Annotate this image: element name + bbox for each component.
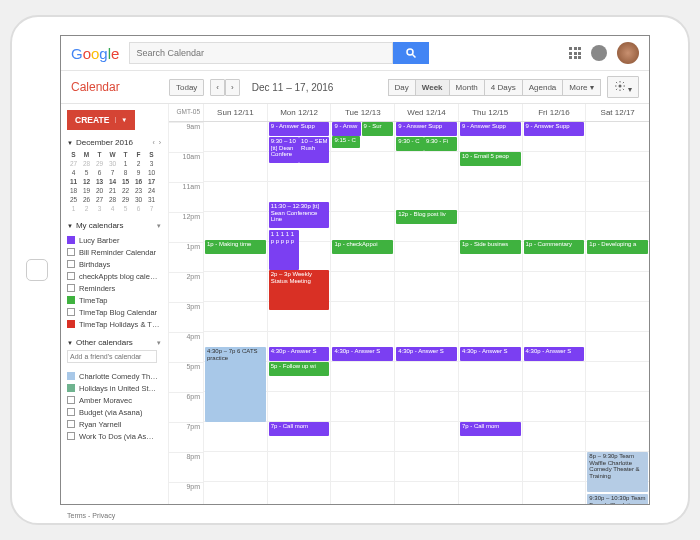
calendar-event[interactable]: 4:30p - Answer S: [269, 347, 330, 361]
calendar-item[interactable]: Charlotte Comedy Th…: [67, 370, 162, 382]
calendar-event[interactable]: 7p - Call mom: [269, 422, 330, 436]
svg-line-1: [413, 55, 416, 58]
calendar-event[interactable]: 9 - Sur: [362, 122, 394, 136]
settings-button[interactable]: ▾: [607, 76, 639, 98]
calendar-event[interactable]: 1p - Commentary: [524, 240, 585, 254]
day-header: Wed 12/14: [394, 104, 458, 121]
avatar[interactable]: [617, 42, 639, 64]
view-4days[interactable]: 4 Days: [484, 79, 523, 96]
calendar-event[interactable]: 10 - Email 5 peop: [460, 152, 521, 166]
calendar-item[interactable]: checkAppts blog cale…: [67, 270, 162, 282]
hour-label: 1pm: [169, 242, 203, 272]
day-column[interactable]: 9 - Answ9 - Sur9:15 - C1p - checkAppoi4:…: [330, 122, 394, 504]
view-agenda[interactable]: Agenda: [522, 79, 564, 96]
calendar-item[interactable]: Lucy Barber: [67, 234, 162, 246]
calendar-event[interactable]: 1p - Developing a: [587, 240, 648, 254]
notifications-icon[interactable]: [591, 45, 607, 61]
svg-point-2: [618, 85, 621, 88]
prev-button[interactable]: ‹: [210, 79, 225, 96]
google-logo[interactable]: Google: [71, 45, 119, 62]
calendar-event[interactable]: 9 - Answer Supp: [269, 122, 330, 136]
calendar-event[interactable]: 9:15 - C: [332, 136, 360, 148]
calendar-event[interactable]: 4:30p – 7p 6 CATS practice: [205, 347, 266, 422]
calendar-item[interactable]: TimeTap Holidays & T…: [67, 318, 162, 330]
mini-calendar[interactable]: SMTWTFS272829301234567891011121314151617…: [67, 150, 158, 213]
calendar-item[interactable]: Work To Dos (via As…: [67, 430, 162, 442]
day-header: Tue 12/13: [330, 104, 394, 121]
calendar-event[interactable]: 5p - Follow up wi: [269, 362, 330, 376]
day-column[interactable]: 9 - Answer Supp10 - Email 5 peop1p - Sid…: [458, 122, 522, 504]
calendar-event[interactable]: 12p - Blog post liv: [396, 210, 457, 224]
calendar-item[interactable]: TimeTap Blog Calendar: [67, 306, 162, 318]
date-range: Dec 11 – 17, 2016: [252, 82, 334, 93]
calendar-event[interactable]: 9 - Answ: [332, 122, 361, 136]
apps-icon[interactable]: [569, 47, 581, 59]
calendar-item[interactable]: Reminders: [67, 282, 162, 294]
day-column[interactable]: 1p - Making time4:30p – 7p 6 CATS practi…: [203, 122, 267, 504]
calendar-item[interactable]: Bill Reminder Calendar: [67, 246, 162, 258]
add-friend-calendar-input[interactable]: [67, 350, 157, 363]
calendar-event[interactable]: 9:30 - C: [396, 137, 424, 151]
day-column[interactable]: 9 - Answer Supp1p - Commentary4:30p - An…: [522, 122, 586, 504]
hour-label: 6pm: [169, 392, 203, 422]
calendar-event[interactable]: 1p - checkAppoi: [332, 240, 393, 254]
calendar-event[interactable]: 8p – 9:30p Team Waffle Charlotte Comedy …: [587, 452, 648, 492]
hour-label: 11am: [169, 182, 203, 212]
calendar-item[interactable]: Holidays in United St…: [67, 382, 162, 394]
view-month[interactable]: Month: [449, 79, 485, 96]
calendar-event[interactable]: 9:30p – 10:30p Team French Charlotte Com…: [587, 494, 648, 504]
minical-header[interactable]: ▼December 2016‹ ›: [67, 138, 162, 147]
day-column[interactable]: 9 - Answer Supp9:30 - C9:30 - Fi12p - Bl…: [394, 122, 458, 504]
view-week[interactable]: Week: [415, 79, 450, 96]
calendar-event[interactable]: 4:30p - Answer S: [396, 347, 457, 361]
day-header: Thu 12/15: [458, 104, 522, 121]
calendar-event[interactable]: 9 - Answer Supp: [524, 122, 585, 136]
create-button[interactable]: CREATE▼: [67, 110, 135, 130]
day-header: Mon 12/12: [267, 104, 331, 121]
search-button[interactable]: [393, 42, 429, 64]
hour-label: 10am: [169, 152, 203, 182]
hour-label: 8pm: [169, 452, 203, 482]
my-calendars-header[interactable]: ▼My calendars▾: [67, 221, 162, 230]
day-header: Sun 12/11: [203, 104, 267, 121]
calendar-event[interactable]: 1 1 1 1 1 p p p p p: [269, 230, 299, 270]
calendar-item[interactable]: Birthdays: [67, 258, 162, 270]
other-calendars-header[interactable]: ▼Other calendars▾: [67, 338, 162, 347]
calendar-item[interactable]: Ryan Yarnell: [67, 418, 162, 430]
view-more[interactable]: More ▾: [562, 79, 600, 96]
hour-label: 9am: [169, 122, 203, 152]
calendar-item[interactable]: Amber Moravec: [67, 394, 162, 406]
timezone-label: GMT-05: [169, 104, 203, 121]
calendar-event[interactable]: 2p – 3p Weekly Status Meeting: [269, 270, 330, 310]
today-button[interactable]: Today: [169, 79, 204, 96]
calendar-event[interactable]: 1p - Side busines: [460, 240, 521, 254]
calendar-event[interactable]: 9:30 – 10 [tt] Dean Confere: [269, 137, 299, 163]
hour-label: 4pm: [169, 332, 203, 362]
hour-label: 5pm: [169, 362, 203, 392]
day-header: Fri 12/16: [522, 104, 586, 121]
calendar-event[interactable]: 10 – SEM Rush: [299, 137, 329, 163]
day-header: Sat 12/17: [585, 104, 649, 121]
app-title: Calendar: [71, 80, 163, 94]
hour-label: 2pm: [169, 272, 203, 302]
calendar-item[interactable]: TimeTap: [67, 294, 162, 306]
calendar-event[interactable]: 1p - Making time: [205, 240, 266, 254]
calendar-item[interactable]: Budget (via Asana): [67, 406, 162, 418]
hour-label: 12pm: [169, 212, 203, 242]
search-input[interactable]: [129, 42, 393, 64]
calendar-event[interactable]: 4:30p - Answer S: [524, 347, 585, 361]
tablet-home-button[interactable]: [26, 259, 48, 281]
calendar-event[interactable]: 9 - Answer Supp: [460, 122, 521, 136]
calendar-event[interactable]: 7p - Call mom: [460, 422, 521, 436]
calendar-event[interactable]: 9 - Answer Supp: [396, 122, 457, 136]
calendar-event[interactable]: 4:30p - Answer S: [332, 347, 393, 361]
hour-label: 3pm: [169, 302, 203, 332]
day-column[interactable]: 1p - Developing a8p – 9:30p Team Waffle …: [585, 122, 649, 504]
calendar-event[interactable]: 11:30 – 12:30p [tt] Sean Conference Line: [269, 202, 330, 228]
calendar-event[interactable]: 4:30p - Answer S: [460, 347, 521, 361]
day-column[interactable]: 9 - Answer Supp9:30 – 10 [tt] Dean Confe…: [267, 122, 331, 504]
view-day[interactable]: Day: [388, 79, 416, 96]
minical-nav[interactable]: ‹ ›: [152, 139, 162, 146]
next-button[interactable]: ›: [225, 79, 240, 96]
calendar-event[interactable]: 9:30 - Fi: [424, 137, 457, 151]
